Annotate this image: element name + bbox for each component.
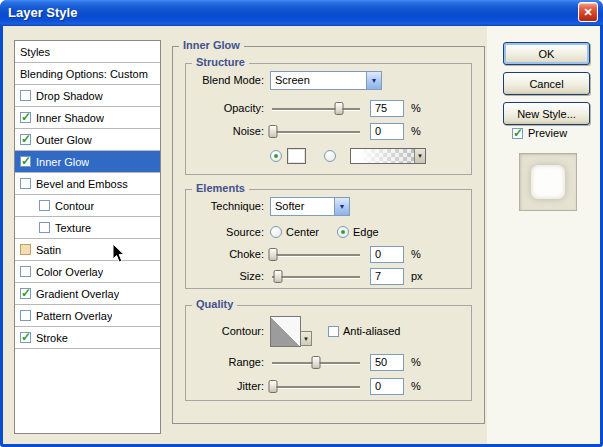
style-item-label: Outer Glow [36,134,92,146]
style-item-inner-shadow[interactable]: Inner Shadow [15,107,160,129]
satin-checkbox[interactable] [20,244,31,255]
preview-checkbox[interactable] [512,128,523,139]
blend-mode-row: Blend Mode: Screen ▼ [194,70,467,90]
slider-thumb[interactable] [268,380,277,393]
chevron-down-icon[interactable]: ▼ [366,72,381,89]
size-unit: px [411,270,423,282]
size-label: Size: [194,270,264,282]
elements-title: Elements [192,182,249,194]
solid-color-radio[interactable] [270,150,282,162]
slider-track [272,386,360,388]
noise-slider[interactable] [270,123,362,139]
source-edge-label: Edge [353,226,379,238]
style-item-pattern-overlay[interactable]: Pattern Overlay [15,305,160,327]
outer-glow-checkbox[interactable] [20,134,31,145]
gradient-radio[interactable] [324,150,336,162]
range-input[interactable] [370,354,404,371]
style-item-drop-shadow[interactable]: Drop Shadow [15,85,160,107]
choke-unit: % [411,248,421,260]
close-button[interactable]: ✕ [578,2,598,22]
titlebar[interactable]: Layer Style ✕ [0,0,603,26]
chevron-down-icon[interactable]: ▼ [301,331,312,346]
blending-options-item[interactable]: Blending Options: Custom [15,63,160,85]
inner-glow-checkbox[interactable] [20,156,31,167]
style-item-label: Satin [36,244,61,256]
anti-aliased-label: Anti-aliased [343,325,400,337]
choke-label: Choke: [194,248,264,260]
anti-aliased-checkbox[interactable] [328,326,339,337]
cancel-button[interactable]: Cancel [503,72,590,95]
inner-shadow-checkbox[interactable] [20,112,31,123]
style-item-stroke[interactable]: Stroke [15,327,160,349]
chevron-down-icon[interactable]: ▼ [334,198,349,215]
gradient-swatch[interactable]: ▼ [350,148,426,164]
color-overlay-checkbox[interactable] [20,266,31,277]
opacity-input[interactable] [370,100,404,117]
slider-thumb[interactable] [274,270,283,283]
inner-glow-panel: Inner Glow Structure Blend Mode: Screen … [172,46,485,424]
stroke-checkbox[interactable] [20,332,31,343]
blending-options-label: Blending Options: Custom [20,68,148,80]
slider-track [272,254,360,256]
style-item-label: Color Overlay [36,266,103,278]
range-row: Range: % [194,352,467,372]
quality-title: Quality [192,298,237,310]
slider-thumb[interactable] [335,102,344,115]
opacity-label: Opacity: [194,102,264,114]
style-item-texture[interactable]: Texture [15,217,160,239]
preview-shape [531,165,565,199]
size-input[interactable] [370,268,404,285]
jitter-slider[interactable] [270,378,362,394]
pattern-overlay-checkbox[interactable] [20,310,31,321]
opacity-slider[interactable] [270,100,362,116]
blend-mode-select[interactable]: Screen ▼ [270,71,382,90]
gradient-overlay-checkbox[interactable] [20,288,31,299]
style-item-inner-glow[interactable]: Inner Glow [15,151,160,173]
layer-style-dialog: Layer Style ✕ Styles Blending Options: C… [0,0,603,447]
style-item-label: Bevel and Emboss [36,178,128,190]
close-icon: ✕ [583,7,592,18]
styles-list: Styles Blending Options: Custom Drop Sha… [14,40,161,434]
style-item-bevel-and-emboss[interactable]: Bevel and Emboss [15,173,160,195]
style-item-gradient-overlay[interactable]: Gradient Overlay [15,283,160,305]
style-item-label: Inner Glow [36,156,89,168]
bevel-and-emboss-checkbox[interactable] [20,178,31,189]
size-slider[interactable] [270,268,362,284]
range-slider[interactable] [270,354,362,370]
slider-thumb[interactable] [268,248,277,261]
source-edge-radio[interactable] [337,226,349,238]
new-style-button[interactable]: New Style... [503,102,590,125]
preview-thumbnail [519,153,577,211]
source-center-radio[interactable] [270,226,282,238]
choke-input[interactable] [370,246,404,263]
slider-track [272,131,360,133]
contour-thumbnail[interactable] [270,316,301,347]
technique-select[interactable]: Softer ▼ [270,197,350,216]
source-label: Source: [194,226,264,238]
drop-shadow-checkbox[interactable] [20,90,31,101]
noise-row: Noise: % [194,121,467,141]
size-row: Size: px [194,266,467,286]
glow-color-swatch[interactable] [287,148,306,164]
slider-thumb[interactable] [268,125,277,138]
contour-label: Contour: [194,325,264,337]
choke-row: Choke: % [194,244,467,264]
choke-slider[interactable] [270,246,362,262]
jitter-unit: % [411,380,421,392]
slider-thumb[interactable] [312,356,321,369]
contour-checkbox[interactable] [39,200,50,211]
texture-checkbox[interactable] [39,222,50,233]
style-item-color-overlay[interactable]: Color Overlay [15,261,160,283]
quality-group: Quality Contour: ▼ Anti-aliased Range: [185,305,472,401]
slider-track [272,108,360,110]
noise-input[interactable] [370,123,404,140]
styles-header[interactable]: Styles [15,41,160,63]
styles-header-label: Styles [20,46,50,58]
style-item-satin[interactable]: Satin [15,239,160,261]
style-item-outer-glow[interactable]: Outer Glow [15,129,160,151]
style-item-contour[interactable]: Contour [15,195,160,217]
chevron-down-icon[interactable]: ▼ [414,149,425,163]
ok-button[interactable]: OK [503,42,590,65]
jitter-input[interactable] [370,378,404,395]
structure-group: Structure Blend Mode: Screen ▼ Opacity: [185,63,472,175]
